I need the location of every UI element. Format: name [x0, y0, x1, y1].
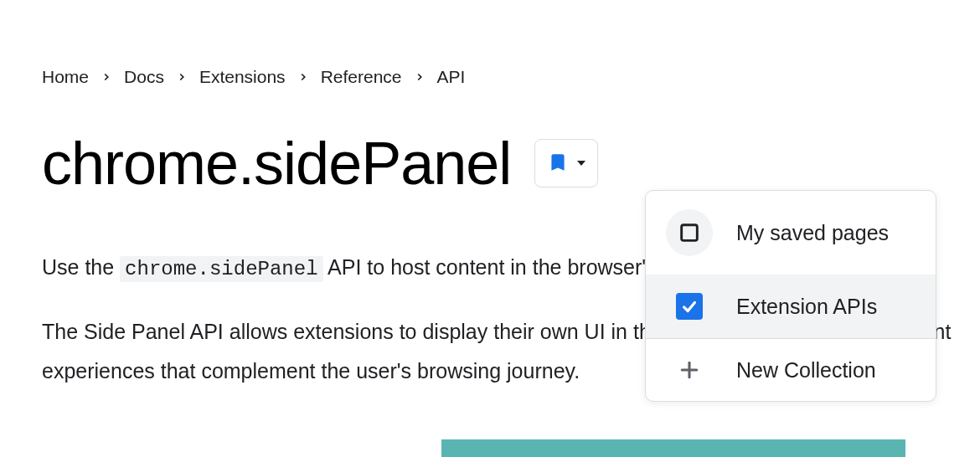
chevron-right-icon [176, 71, 188, 83]
bookmark-dropdown-button[interactable] [534, 139, 598, 187]
chevron-right-icon [101, 71, 112, 83]
breadcrumb-reference[interactable]: Reference [321, 67, 402, 87]
dropdown-item-extension-apis[interactable]: Extension APIs [646, 275, 936, 338]
dropdown-item-new-collection[interactable]: New Collection [646, 338, 936, 401]
chevron-right-icon [414, 71, 426, 83]
breadcrumb: Home Docs Extensions Reference API [42, 67, 980, 87]
dropdown-item-my-saved-pages[interactable]: My saved pages [646, 191, 936, 275]
page-title: chrome.sidePanel [42, 129, 511, 198]
teal-banner [441, 439, 905, 457]
svg-rect-0 [682, 225, 698, 241]
dropdown-item-label: Extension APIs [736, 295, 877, 319]
code-inline: chrome.sidePanel [120, 256, 322, 282]
breadcrumb-docs[interactable]: Docs [124, 67, 164, 87]
bookmark-icon [547, 150, 569, 177]
chevron-right-icon [297, 71, 309, 83]
dropdown-item-label: My saved pages [736, 221, 889, 245]
breadcrumb-extensions[interactable]: Extensions [199, 67, 286, 87]
plus-icon [666, 357, 713, 383]
checkbox-checked-icon [676, 293, 703, 320]
breadcrumb-home[interactable]: Home [42, 67, 89, 87]
square-outline-icon [666, 209, 713, 256]
caret-down-icon [577, 161, 585, 166]
breadcrumb-api[interactable]: API [437, 67, 466, 87]
bookmark-dropdown-menu: My saved pages Extension APIs New Collec… [645, 190, 936, 402]
dropdown-item-label: New Collection [736, 358, 876, 383]
